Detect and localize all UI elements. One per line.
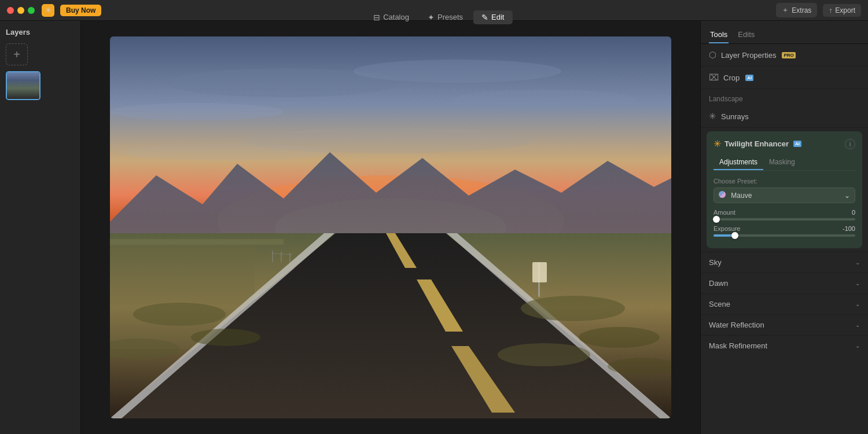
exposure-value: -100 — [843, 225, 855, 232]
nav-presets[interactable]: ✦ Presets — [420, 10, 471, 24]
amount-value: 0 — [852, 209, 855, 216]
amount-slider-thumb[interactable] — [713, 216, 720, 223]
twilight-ai-badge: AI — [793, 141, 801, 147]
pro-badge: PRO — [782, 52, 795, 58]
app-icon: ✳ — [42, 4, 54, 17]
left-panel: Layers + — [0, 21, 81, 434]
info-button[interactable]: i — [845, 139, 855, 149]
topbar-nav: ⊟ Catalog ✦ Presets ✎ Edit — [365, 10, 512, 24]
preset-chevron-icon: ⌄ — [844, 192, 850, 200]
edit-icon: ✎ — [481, 13, 488, 22]
presets-icon: ✦ — [428, 13, 435, 22]
scene-chevron-icon: ⌄ — [855, 301, 860, 307]
topbar-right: ＋ Extras ↑ Export — [776, 3, 861, 17]
tab-tools[interactable]: Tools — [709, 27, 729, 43]
canvas-area[interactable] — [81, 21, 700, 434]
exposure-slider-thumb[interactable] — [731, 232, 738, 239]
amount-slider-row: Amount 0 — [713, 209, 855, 220]
exposure-slider-track[interactable] — [713, 234, 855, 237]
sunrays-icon: ✳ — [709, 111, 716, 122]
tab-edits[interactable]: Edits — [737, 27, 756, 43]
svg-point-22 — [521, 296, 625, 321]
choose-preset-label: Choose Preset: — [713, 178, 855, 185]
tool-section-main: ⬡ Layer Properties PRO ⌧ Crop AI — [701, 44, 868, 89]
svg-point-19 — [133, 303, 226, 326]
amount-slider-header: Amount 0 — [713, 209, 855, 216]
tools-edits-tabs: Tools Edits — [701, 21, 868, 44]
svg-point-24 — [498, 343, 590, 366]
sunrays-label: Sunrays — [721, 112, 749, 121]
sky-chevron-icon: ⌄ — [855, 259, 860, 266]
water-reflection-chevron-icon: ⌄ — [855, 322, 860, 328]
tool-crop[interactable]: ⌧ Crop AI — [701, 67, 868, 89]
crop-icon: ⌧ — [709, 72, 719, 83]
crop-ai-badge: AI — [745, 75, 753, 81]
add-layer-icon: + — [13, 48, 20, 61]
right-panel: Tools Edits ⬡ Layer Properties PRO ⌧ Cro… — [700, 21, 868, 434]
section-mask-refinement[interactable]: Mask Refinement ⌄ — [701, 335, 868, 356]
section-dawn[interactable]: Dawn ⌄ — [701, 273, 868, 293]
export-button[interactable]: ↑ Export — [823, 4, 861, 17]
tab-masking[interactable]: Masking — [763, 155, 801, 170]
dawn-chevron-icon: ⌄ — [855, 280, 860, 286]
tab-adjustments[interactable]: Adjustments — [713, 155, 763, 170]
crop-label: Crop — [723, 73, 740, 82]
topbar: ✳ Buy Now ⊟ Catalog ✦ Presets ✎ Edit ＋ E… — [0, 0, 868, 21]
layers-title: Layers — [6, 28, 75, 36]
twilight-enhancer-card: ✳ Twilight Enhancer AI i Adjustments Mas… — [707, 131, 862, 248]
section-sky[interactable]: Sky ⌄ — [701, 252, 868, 273]
layer-thumb-image — [7, 72, 39, 99]
section-scene[interactable]: Scene ⌄ — [701, 293, 868, 314]
svg-point-20 — [191, 329, 260, 346]
amount-label: Amount — [713, 209, 735, 216]
maximize-traffic-light[interactable] — [28, 7, 35, 14]
main-layout: Layers + — [0, 21, 868, 434]
mask-refinement-chevron-icon: ⌄ — [855, 343, 860, 349]
svg-point-4 — [451, 90, 637, 111]
adj-masking-tabs: Adjustments Masking — [713, 155, 855, 171]
buy-now-button[interactable]: Buy Now — [60, 5, 101, 16]
exposure-slider-header: Exposure -100 — [713, 225, 855, 232]
layers-icon: ⬡ — [709, 50, 716, 60]
tool-sunrays[interactable]: ✳ Sunrays — [701, 105, 868, 128]
exposure-label: Exposure — [713, 225, 740, 232]
nav-edit[interactable]: ✎ Edit — [473, 10, 512, 24]
preset-select-value: Mauve — [719, 191, 752, 200]
enhancer-title-row: ✳ Twilight Enhancer AI — [713, 138, 801, 149]
svg-point-2 — [353, 60, 561, 83]
catalog-icon: ⊟ — [373, 13, 380, 22]
photo-frame — [110, 36, 671, 418]
twilight-enhancer-title: Twilight Enhancer — [724, 139, 789, 148]
traffic-lights — [7, 7, 35, 14]
section-water-reflection[interactable]: Water Reflection ⌄ — [701, 314, 868, 335]
minimize-traffic-light[interactable] — [17, 7, 24, 14]
extras-button[interactable]: ＋ Extras — [776, 3, 817, 17]
amount-slider-track[interactable] — [713, 218, 855, 220]
exposure-slider-row: Exposure -100 — [713, 225, 855, 237]
svg-rect-29 — [281, 252, 282, 262]
preset-select[interactable]: Mauve ⌄ — [713, 187, 855, 203]
svg-point-6 — [122, 144, 330, 161]
svg-rect-11 — [110, 239, 284, 245]
nav-catalog[interactable]: ⊟ Catalog — [365, 10, 417, 24]
svg-point-3 — [110, 103, 284, 120]
preset-color-dot — [719, 191, 726, 198]
layer-properties-label: Layer Properties — [721, 51, 776, 60]
export-icon: ↑ — [829, 6, 832, 14]
enhancer-header: ✳ Twilight Enhancer AI i — [713, 138, 855, 149]
svg-rect-28 — [272, 251, 273, 262]
extras-icon: ＋ — [782, 5, 789, 15]
close-traffic-light[interactable] — [7, 7, 14, 14]
road-photo — [110, 36, 671, 418]
landscape-section-label: Landscape — [701, 89, 868, 105]
tool-layer-properties[interactable]: ⬡ Layer Properties PRO — [701, 44, 868, 67]
add-layer-button[interactable]: + — [6, 43, 28, 65]
svg-rect-27 — [532, 262, 547, 282]
twilight-icon: ✳ — [713, 138, 721, 149]
svg-point-23 — [579, 327, 660, 348]
layer-thumbnail[interactable] — [6, 71, 41, 100]
